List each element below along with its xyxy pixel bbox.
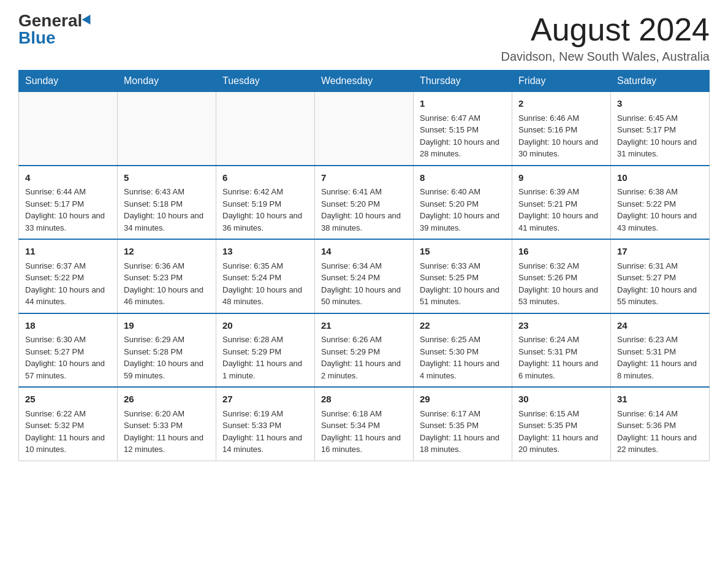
day-info: Sunrise: 6:20 AM [124,408,210,420]
day-number: 19 [124,319,210,333]
day-info: Sunrise: 6:17 AM [420,408,506,420]
day-info: Daylight: 11 hours and 12 minutes. [124,432,210,456]
day-info: Daylight: 10 hours and 50 minutes. [321,284,407,308]
calendar-week-3: 11Sunrise: 6:37 AMSunset: 5:22 PMDayligh… [19,239,710,313]
day-info: Sunset: 5:23 PM [124,272,210,284]
calendar-week-5: 25Sunrise: 6:22 AMSunset: 5:32 PMDayligh… [19,387,710,461]
day-number: 17 [617,245,703,259]
day-info: Sunset: 5:30 PM [420,346,506,358]
day-number: 23 [518,319,604,333]
day-number: 6 [222,171,308,185]
day-info: Daylight: 10 hours and 28 minutes. [420,136,506,160]
calendar-cell [315,92,414,166]
calendar-cell: 7Sunrise: 6:41 AMSunset: 5:20 PMDaylight… [315,166,414,240]
day-info: Daylight: 10 hours and 46 minutes. [124,284,210,308]
calendar-header-wednesday: Wednesday [315,71,414,92]
day-info: Sunrise: 6:35 AM [222,260,308,272]
calendar-cell: 6Sunrise: 6:42 AMSunset: 5:19 PMDaylight… [216,166,315,240]
day-info: Sunset: 5:33 PM [222,419,308,432]
day-info: Daylight: 10 hours and 53 minutes. [518,284,604,308]
day-info: Sunrise: 6:42 AM [222,186,308,198]
day-info: Sunset: 5:31 PM [617,346,703,358]
day-info: Sunset: 5:27 PM [617,272,703,284]
calendar-header-sunday: Sunday [19,71,118,92]
day-info: Daylight: 11 hours and 8 minutes. [617,358,703,381]
day-info: Sunrise: 6:22 AM [25,408,111,420]
calendar-cell: 27Sunrise: 6:19 AMSunset: 5:33 PMDayligh… [216,387,315,461]
day-number: 21 [321,319,407,333]
day-info: Daylight: 11 hours and 4 minutes. [420,358,506,381]
day-info: Daylight: 11 hours and 20 minutes. [518,432,604,456]
calendar-cell: 2Sunrise: 6:46 AMSunset: 5:16 PMDaylight… [512,92,611,166]
day-info: Sunset: 5:27 PM [25,346,111,358]
calendar-cell: 1Sunrise: 6:47 AMSunset: 5:15 PMDaylight… [414,92,512,166]
logo-general-text: General [18,12,82,29]
day-info: Daylight: 11 hours and 10 minutes. [25,432,111,456]
day-info: Sunrise: 6:25 AM [420,334,506,346]
day-info: Daylight: 10 hours and 51 minutes. [420,284,506,308]
day-info: Daylight: 11 hours and 2 minutes. [321,358,407,381]
calendar-week-2: 4Sunrise: 6:44 AMSunset: 5:17 PMDaylight… [19,166,710,240]
calendar-cell: 18Sunrise: 6:30 AMSunset: 5:27 PMDayligh… [19,313,118,388]
day-info: Sunrise: 6:47 AM [420,112,506,124]
day-info: Daylight: 10 hours and 34 minutes. [124,210,210,234]
calendar-cell: 23Sunrise: 6:24 AMSunset: 5:31 PMDayligh… [512,313,611,388]
day-info: Sunset: 5:17 PM [617,124,703,136]
calendar-cell [19,92,118,166]
day-info: Sunrise: 6:37 AM [25,260,111,272]
day-info: Daylight: 11 hours and 16 minutes. [321,432,407,456]
calendar-cell [118,92,216,166]
day-number: 2 [518,97,604,111]
day-number: 4 [25,171,111,185]
calendar-cell: 16Sunrise: 6:32 AMSunset: 5:26 PMDayligh… [512,239,611,313]
day-info: Sunrise: 6:18 AM [321,408,407,420]
day-info: Sunrise: 6:30 AM [25,334,111,346]
day-number: 3 [617,97,703,111]
day-info: Sunrise: 6:45 AM [617,112,703,124]
day-number: 31 [617,393,703,407]
calendar-cell: 21Sunrise: 6:26 AMSunset: 5:29 PMDayligh… [315,313,414,388]
day-info: Sunrise: 6:41 AM [321,186,407,198]
day-info: Sunset: 5:29 PM [222,346,308,358]
day-number: 9 [518,171,604,185]
calendar-cell: 9Sunrise: 6:39 AMSunset: 5:21 PMDaylight… [512,166,611,240]
calendar-cell: 8Sunrise: 6:40 AMSunset: 5:20 PMDaylight… [414,166,512,240]
day-number: 30 [518,393,604,407]
calendar-cell: 5Sunrise: 6:43 AMSunset: 5:18 PMDaylight… [118,166,216,240]
day-info: Daylight: 10 hours and 31 minutes. [617,136,703,160]
day-number: 20 [222,319,308,333]
day-info: Daylight: 10 hours and 48 minutes. [222,284,308,308]
calendar-cell: 12Sunrise: 6:36 AMSunset: 5:23 PMDayligh… [118,239,216,313]
day-info: Sunset: 5:36 PM [617,419,703,432]
day-info: Sunrise: 6:31 AM [617,260,703,272]
day-info: Sunrise: 6:19 AM [222,408,308,420]
day-number: 16 [518,245,604,259]
day-number: 5 [124,171,210,185]
calendar-cell: 25Sunrise: 6:22 AMSunset: 5:32 PMDayligh… [19,387,118,461]
day-info: Sunrise: 6:36 AM [124,260,210,272]
day-info: Sunset: 5:32 PM [25,419,111,432]
calendar-cell: 11Sunrise: 6:37 AMSunset: 5:22 PMDayligh… [19,239,118,313]
day-info: Daylight: 10 hours and 39 minutes. [420,210,506,234]
day-info: Sunrise: 6:26 AM [321,334,407,346]
day-info: Sunset: 5:24 PM [321,272,407,284]
day-info: Daylight: 11 hours and 1 minute. [222,358,308,381]
day-number: 26 [124,393,210,407]
day-number: 13 [222,245,308,259]
calendar-cell: 31Sunrise: 6:14 AMSunset: 5:36 PMDayligh… [611,387,710,461]
day-info: Sunset: 5:19 PM [222,198,308,210]
day-info: Sunrise: 6:15 AM [518,408,604,420]
calendar-header-friday: Friday [512,71,611,92]
calendar-cell: 15Sunrise: 6:33 AMSunset: 5:25 PMDayligh… [414,239,512,313]
day-info: Sunset: 5:35 PM [420,419,506,432]
day-number: 1 [420,97,506,111]
day-number: 10 [617,171,703,185]
calendar-week-4: 18Sunrise: 6:30 AMSunset: 5:27 PMDayligh… [19,313,710,388]
calendar-cell: 24Sunrise: 6:23 AMSunset: 5:31 PMDayligh… [611,313,710,388]
day-number: 25 [25,393,111,407]
calendar-header-row: SundayMondayTuesdayWednesdayThursdayFrid… [19,71,710,92]
calendar-cell: 14Sunrise: 6:34 AMSunset: 5:24 PMDayligh… [315,239,414,313]
day-number: 8 [420,171,506,185]
day-info: Daylight: 10 hours and 30 minutes. [518,136,604,160]
day-info: Daylight: 10 hours and 38 minutes. [321,210,407,234]
